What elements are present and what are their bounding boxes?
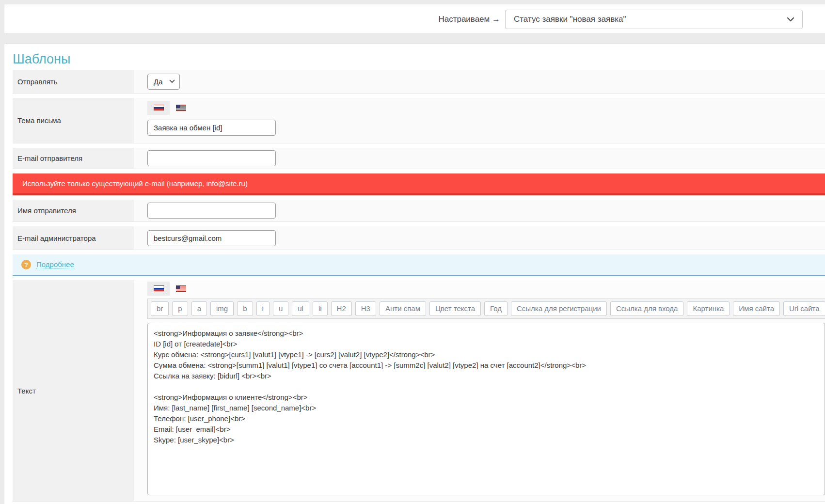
templates-panel: Шаблоны Отправлять Да Тема письма [4, 44, 825, 504]
toolbar-button-picture[interactable]: Картинка [687, 301, 730, 316]
tab-lang-ru[interactable] [147, 101, 170, 115]
question-icon: ? [21, 260, 31, 269]
status-select[interactable]: Статус заявки "новая заявка" [505, 10, 803, 29]
editor-toolbar: br p a img b i u ul li H2 H3 Анти спам Ц… [147, 299, 825, 319]
admin-email-label: E-mail администратора [13, 226, 134, 250]
sender-email-input[interactable] [147, 150, 276, 166]
email-warning-banner: Используйте только существующий e-mail (… [13, 173, 825, 195]
toolbar-button-h2[interactable]: H2 [331, 301, 352, 316]
subject-label: Тема письма [13, 98, 134, 143]
chevron-down-icon [169, 79, 175, 83]
toolbar-button-ul[interactable]: ul [292, 301, 309, 316]
sender-name-label: Имя отправителя [13, 200, 134, 222]
admin-email-input[interactable] [147, 230, 276, 246]
details-link[interactable]: Подробнее [36, 260, 74, 269]
flag-us-icon [176, 105, 186, 111]
toolbar-button-h3[interactable]: H3 [355, 301, 376, 316]
toolbar-button-year[interactable]: Год [484, 301, 508, 316]
row-admin-email: E-mail администратора [13, 226, 825, 250]
send-label: Отправлять [13, 70, 134, 94]
panel-title: Шаблоны [13, 52, 825, 66]
tab-lang-ru[interactable] [147, 282, 170, 296]
send-select-value: Да [154, 78, 163, 86]
flag-ru-icon [154, 105, 164, 111]
flag-ru-icon [154, 285, 164, 292]
topbar: Настраиваем → Статус заявки "новая заявк… [4, 4, 825, 34]
tab-lang-en[interactable] [170, 101, 192, 115]
details-info-row: ? Подробнее [13, 254, 825, 276]
toolbar-button-p[interactable]: p [172, 301, 188, 316]
sender-name-input[interactable] [147, 203, 276, 219]
toolbar-button-login-link[interactable]: Ссылка для входа [610, 301, 683, 316]
toolbar-button-u[interactable]: u [273, 301, 288, 316]
row-sender-name: Имя отправителя [13, 200, 825, 222]
row-sender-email: E-mail отправителя [13, 148, 825, 169]
status-select-value: Статус заявки "новая заявка" [514, 15, 626, 24]
language-tabs [147, 282, 825, 296]
toolbar-button-antispam[interactable]: Анти спам [380, 301, 426, 316]
subject-input[interactable] [147, 120, 276, 136]
page: Настраиваем → Статус заявки "новая заявк… [0, 0, 825, 504]
toolbar-button-text-color[interactable]: Цвет текста [429, 301, 481, 316]
text-label: Текст [13, 280, 134, 502]
row-text: Текст br p a img b i u ul li H2 H3 [13, 280, 825, 502]
row-send: Отправлять Да [13, 70, 825, 94]
chevron-down-icon [787, 17, 794, 22]
toolbar-button-i[interactable]: i [256, 301, 270, 316]
language-tabs [147, 101, 192, 115]
toolbar-button-registration-link[interactable]: Ссылка для регистрации [511, 301, 607, 316]
toolbar-button-img[interactable]: img [210, 301, 234, 316]
toolbar-button-a[interactable]: a [191, 301, 207, 316]
toolbar-button-site-name[interactable]: Имя сайта [733, 301, 780, 316]
row-subject: Тема письма [13, 98, 825, 143]
configuring-label: Настраиваем → [438, 4, 500, 34]
toolbar-button-b[interactable]: b [237, 301, 253, 316]
toolbar-button-li[interactable]: li [313, 301, 328, 316]
email-warning-text: Используйте только существующий e-mail (… [22, 179, 248, 188]
flag-us-icon [176, 285, 186, 292]
template-text-textarea[interactable]: <strong>Информация о заявке</strong><br>… [147, 323, 825, 495]
send-select[interactable]: Да [147, 74, 180, 90]
tab-lang-en[interactable] [170, 282, 192, 296]
toolbar-button-br[interactable]: br [151, 301, 169, 316]
toolbar-button-site-url[interactable]: Url сайта [783, 301, 825, 316]
sender-email-label: E-mail отправителя [13, 148, 134, 169]
